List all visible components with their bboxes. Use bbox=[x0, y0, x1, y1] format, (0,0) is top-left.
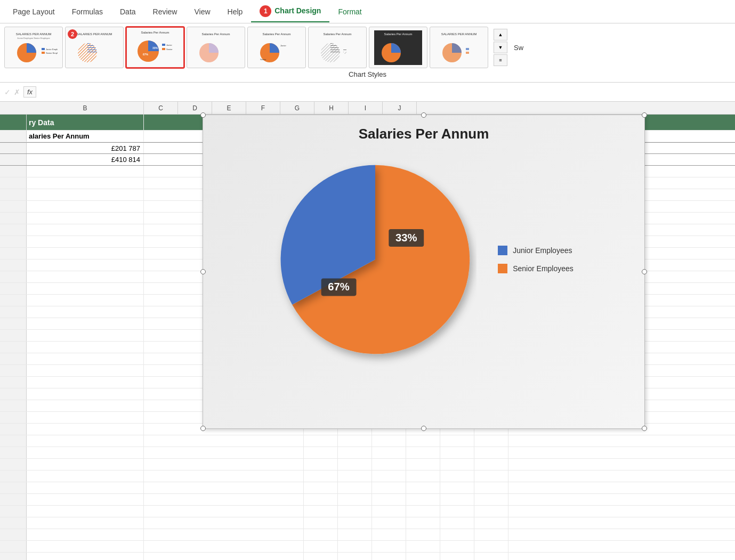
col-header-h: H bbox=[314, 102, 349, 114]
row-num bbox=[0, 318, 27, 329]
cell-empty bbox=[338, 494, 372, 505]
cell-empty bbox=[406, 529, 440, 540]
cell-empty bbox=[406, 435, 440, 447]
resize-handle-middle-right[interactable] bbox=[642, 269, 647, 274]
cell-data-header[interactable]: ry Data bbox=[27, 115, 144, 130]
resize-handle-bottom-left[interactable] bbox=[200, 426, 206, 431]
cell-value-2[interactable]: £410 814 bbox=[27, 154, 144, 165]
row-num bbox=[0, 541, 27, 552]
cell-empty bbox=[474, 494, 508, 505]
cell-empty bbox=[27, 353, 144, 364]
cell-empty bbox=[474, 459, 508, 470]
cell-empty bbox=[27, 318, 144, 329]
scroll-down-button[interactable]: ▼ bbox=[494, 42, 507, 53]
resize-handle-top-left[interactable] bbox=[200, 112, 206, 118]
resize-handle-middle-left[interactable] bbox=[200, 269, 206, 274]
cell-empty bbox=[144, 447, 304, 458]
tab-chart-design[interactable]: 1 Chart Design bbox=[251, 1, 329, 22]
chart-style-2[interactable]: 2 SALARIES PER ANNUM bbox=[65, 27, 124, 68]
row-num bbox=[0, 283, 27, 294]
tab-review[interactable]: Review bbox=[144, 3, 186, 20]
col-header-i: I bbox=[349, 102, 383, 114]
row-num bbox=[0, 295, 27, 306]
badge-2: 2 bbox=[68, 29, 77, 39]
svg-rect-14 bbox=[162, 48, 165, 50]
cell-empty bbox=[406, 494, 440, 505]
row-num bbox=[0, 115, 27, 130]
row-num bbox=[0, 447, 27, 458]
cell-empty bbox=[406, 541, 440, 552]
cell-value-1[interactable]: £201 787 bbox=[27, 143, 144, 153]
tab-page-layout[interactable]: Page Layout bbox=[4, 3, 63, 20]
cell-empty bbox=[372, 506, 406, 517]
cell-empty bbox=[304, 459, 338, 470]
cell-empty bbox=[406, 470, 440, 482]
cell-empty bbox=[144, 541, 304, 552]
cell-empty bbox=[27, 248, 144, 259]
row-num bbox=[0, 435, 27, 447]
tab-data[interactable]: Data bbox=[111, 3, 144, 20]
cell-empty bbox=[474, 447, 508, 458]
sw-label: Sw bbox=[514, 44, 523, 52]
pie-chart[interactable]: 33% 67% bbox=[274, 153, 476, 366]
cell-empty bbox=[144, 529, 304, 540]
styles-row: SALARIES PER ANNUM Junior Employee Senio… bbox=[4, 27, 731, 68]
row-num bbox=[0, 365, 27, 376]
resize-handle-top-middle[interactable] bbox=[421, 112, 426, 118]
cell-empty bbox=[338, 435, 372, 447]
svg-rect-29 bbox=[343, 48, 346, 50]
chart-style-6[interactable]: Salaries Per Annum bbox=[308, 27, 367, 68]
resize-handle-bottom-right[interactable] bbox=[642, 426, 647, 431]
svg-rect-13 bbox=[162, 44, 165, 46]
cell-empty bbox=[27, 506, 144, 517]
chart-style-3[interactable]: Style 3 Salaries Per Annum Junior Senior… bbox=[126, 27, 184, 68]
table-row bbox=[0, 482, 735, 494]
cell-empty bbox=[27, 271, 144, 282]
table-row bbox=[0, 506, 735, 517]
cell-empty bbox=[440, 494, 474, 505]
table-row bbox=[0, 494, 735, 506]
chart-style-4[interactable]: Salaries Per Annum bbox=[187, 27, 245, 68]
cell-empty bbox=[27, 412, 144, 423]
cell-empty bbox=[338, 541, 372, 552]
check-icon: ✓ bbox=[4, 88, 11, 96]
resize-handle-top-right[interactable] bbox=[642, 112, 647, 118]
tab-help[interactable]: Help bbox=[219, 3, 252, 20]
cell-empty bbox=[144, 435, 304, 447]
cell-empty bbox=[304, 435, 338, 447]
resize-handle-bottom-middle[interactable] bbox=[421, 426, 426, 431]
row-num bbox=[0, 259, 27, 271]
tab-formulas[interactable]: Formulas bbox=[63, 3, 111, 20]
chart-container[interactable]: Salaries Per Annum bbox=[203, 115, 645, 429]
fx-button[interactable]: fx bbox=[23, 86, 36, 98]
cell-title[interactable]: alaries Per Annum bbox=[27, 131, 144, 142]
col-header-f: F bbox=[246, 102, 280, 114]
chart-style-8[interactable]: SALARIES PER ANNUM bbox=[430, 27, 488, 68]
chart-style-1[interactable]: SALARIES PER ANNUM Junior Employee Senio… bbox=[4, 27, 63, 68]
chart-style-5[interactable]: Salaries Per Annum Junior Senior bbox=[247, 27, 306, 68]
cell-empty bbox=[372, 541, 406, 552]
row-num bbox=[0, 330, 27, 341]
chart-style-7[interactable]: Salaries Per Annum bbox=[369, 27, 427, 68]
cell-empty bbox=[338, 517, 372, 529]
row-num bbox=[0, 506, 27, 517]
row-num bbox=[0, 377, 27, 388]
cell-empty bbox=[474, 435, 508, 447]
cell-empty bbox=[27, 424, 144, 435]
cell-empty bbox=[27, 306, 144, 318]
row-num bbox=[0, 342, 27, 353]
row-num bbox=[0, 470, 27, 482]
cell-empty bbox=[440, 435, 474, 447]
scroll-up-button[interactable]: ▲ bbox=[494, 29, 507, 40]
cell-empty bbox=[144, 459, 304, 470]
cell-empty bbox=[474, 541, 508, 552]
tab-format[interactable]: Format bbox=[329, 3, 370, 20]
svg-rect-37 bbox=[466, 52, 469, 54]
formula-input[interactable] bbox=[39, 87, 731, 97]
table-row bbox=[0, 541, 735, 553]
row-num bbox=[0, 494, 27, 505]
scroll-expand-button[interactable]: ≡ bbox=[494, 54, 507, 66]
row-num bbox=[0, 177, 27, 189]
tab-view[interactable]: View bbox=[185, 3, 219, 20]
cell-empty bbox=[440, 517, 474, 529]
